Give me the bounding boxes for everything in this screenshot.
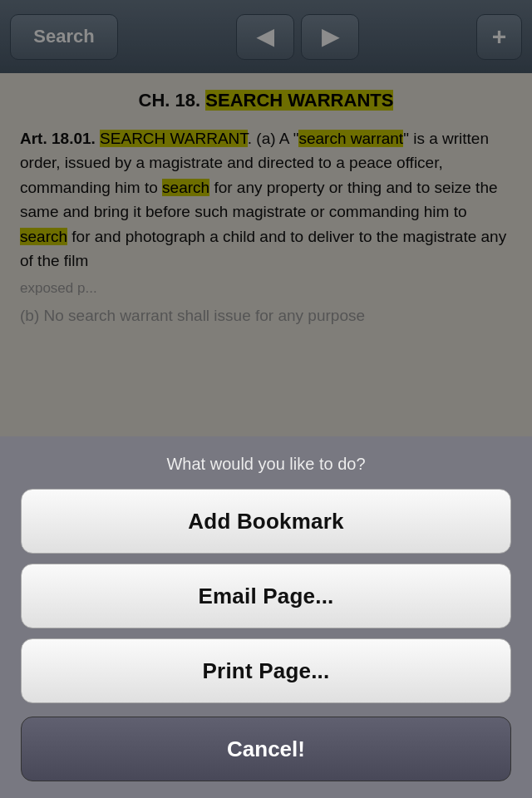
add-bookmark-button[interactable]: Add Bookmark bbox=[21, 489, 511, 554]
cancel-button[interactable]: Cancel! bbox=[21, 717, 511, 781]
add-bookmark-label: Add Bookmark bbox=[188, 509, 343, 534]
print-page-label: Print Page... bbox=[203, 658, 330, 684]
print-page-button[interactable]: Print Page... bbox=[21, 638, 511, 703]
action-sheet-title: What would you like to do? bbox=[0, 436, 532, 489]
email-page-button[interactable]: Email Page... bbox=[21, 564, 511, 628]
overlay: What would you like to do? Add Bookmark … bbox=[0, 0, 532, 798]
email-page-label: Email Page... bbox=[198, 584, 333, 609]
cancel-label: Cancel! bbox=[227, 736, 305, 762]
action-sheet: What would you like to do? Add Bookmark … bbox=[0, 436, 532, 798]
